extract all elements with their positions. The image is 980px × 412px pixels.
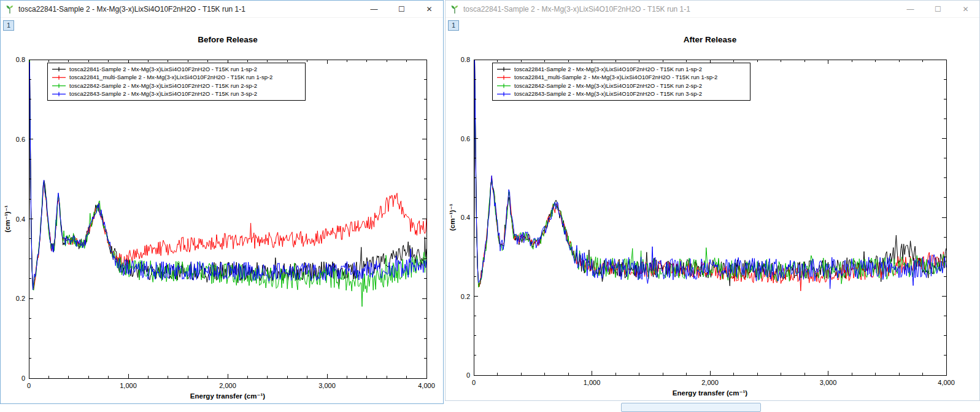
plot-window-before: tosca22841-Sample 2 - Mx-Mg(3-x)LixSi4O1… [0,0,444,404]
series-line-1 [29,61,426,346]
background-window-edge [621,403,761,412]
legend-entry-label: tosca22841-Sample 2 - Mx-Mg(3-x)LixSi4O1… [514,66,702,72]
window-title: tosca22841-Sample 2 - Mx-Mg(3-x)LixSi4O1… [18,5,245,14]
x-axis-label: Energy transfer (cm⁻¹) [190,392,266,400]
close-button[interactable]: ✕ [415,1,443,17]
y-tick-label: 0 [466,371,470,379]
spectrum-plot: After Release01,0002,0003,0004,00000.20.… [446,18,979,400]
close-icon: ✕ [962,5,968,14]
close-icon: ✕ [426,5,432,14]
y-tick-label: 0.8 [16,56,25,63]
layer-badge[interactable]: 1 [448,20,459,31]
plot-client-area: 1 Before Release01,0002,0003,0004,00000.… [1,18,443,403]
plot-canvas-after[interactable]: After Release01,0002,0003,0004,00000.20.… [446,18,979,400]
series-line-3 [474,60,946,344]
x-tick-label: 0 [472,379,476,386]
legend-entry-label: tosca22843-Sample 2 - Mx-Mg(3-x)LixSi4O1… [514,90,702,97]
y-tick-label: 0.4 [461,214,470,221]
maximize-icon: ☐ [398,5,405,14]
window-controls: — ☐ ✕ [897,1,979,17]
minimize-icon: — [907,5,914,14]
legend-entry-label: tosca22841_multi-Sample 2 - Mx-Mg(3-x)Li… [514,74,717,80]
layer-badge[interactable]: 1 [3,20,14,31]
x-axis-label: Energy transfer (cm⁻¹) [673,389,748,397]
axis-ticks [29,60,426,378]
close-button[interactable]: ✕ [952,1,979,17]
plot-frame [29,60,426,378]
maximize-button[interactable]: ☐ [388,1,415,17]
series-line-0 [29,60,426,346]
y-tick-label: 0.6 [16,136,25,143]
series-line-1 [474,61,946,342]
plot-canvas-before[interactable]: Before Release01,0002,0003,0004,00000.20… [1,18,443,403]
app-icon [450,4,460,14]
maximize-icon: ☐ [935,5,941,14]
chart-title: After Release [684,35,737,44]
y-tick-label: 0.4 [16,216,25,223]
legend-entry-label: tosca22841_multi-Sample 2 - Mx-Mg(3-x)Li… [69,74,272,80]
window-title: tosca22841-Sample 2 - Mx-Mg(3-x)LixSi4O1… [463,5,690,14]
x-tick-label: 4,000 [418,382,435,389]
legend-entry-label: tosca22842-Sample 2 - Mx-Mg(3-x)LixSi4O1… [514,82,702,89]
maximize-button[interactable]: ☐ [924,1,952,17]
y-tick-label: 0.2 [461,293,470,300]
x-tick-label: 0 [27,382,31,389]
legend-box: tosca22841-Sample 2 - Mx-Mg(3-x)LixSi4O1… [492,63,750,100]
x-tick-label: 1,000 [120,382,137,389]
y-axis-label: (cm⁻¹)⁻¹ [449,204,456,231]
minimize-button[interactable]: — [897,1,924,17]
series-line-2 [29,60,426,346]
series-line-0 [474,60,946,346]
x-tick-label: 3,000 [820,379,837,386]
y-tick-label: 0.8 [461,56,470,63]
series-line-2 [474,60,946,342]
minimize-button[interactable]: — [360,1,388,17]
y-tick-label: 0.6 [461,135,470,142]
legend-entry-label: tosca22842-Sample 2 - Mx-Mg(3-x)LixSi4O1… [69,82,257,89]
series-group [474,60,946,346]
chart-title: Before Release [198,35,258,44]
plot-window-after: tosca22841-Sample 2 - Mx-Mg(3-x)LixSi4O1… [445,0,980,401]
titlebar[interactable]: tosca22841-Sample 2 - Mx-Mg(3-x)LixSi4O1… [446,1,979,18]
y-tick-label: 0.2 [16,295,25,302]
legend-entry-label: tosca22841-Sample 2 - Mx-Mg(3-x)LixSi4O1… [69,66,257,72]
y-tick-label: 0 [21,375,25,382]
plot-frame [474,60,946,375]
y-axis-label: (cm⁻¹)⁻¹ [4,205,11,232]
spectrum-plot: Before Release01,0002,0003,0004,00000.20… [1,18,443,403]
app-icon [5,4,15,14]
x-tick-label: 2,000 [219,382,236,389]
plot-client-area: 1 After Release01,0002,0003,0004,00000.2… [446,18,979,400]
x-tick-label: 4,000 [938,379,955,386]
x-tick-label: 3,000 [318,382,336,389]
minimize-icon: — [371,5,378,14]
series-line-3 [29,62,426,344]
legend-entry-label: tosca22843-Sample 2 - Mx-Mg(3-x)LixSi4O1… [69,90,257,97]
x-tick-label: 1,000 [584,379,601,386]
x-tick-label: 2,000 [701,379,719,386]
titlebar[interactable]: tosca22841-Sample 2 - Mx-Mg(3-x)LixSi4O1… [1,1,443,18]
series-group [29,60,426,346]
window-controls: — ☐ ✕ [360,1,443,17]
axis-ticks [474,60,946,375]
legend-box: tosca22841-Sample 2 - Mx-Mg(3-x)LixSi4O1… [47,63,305,100]
